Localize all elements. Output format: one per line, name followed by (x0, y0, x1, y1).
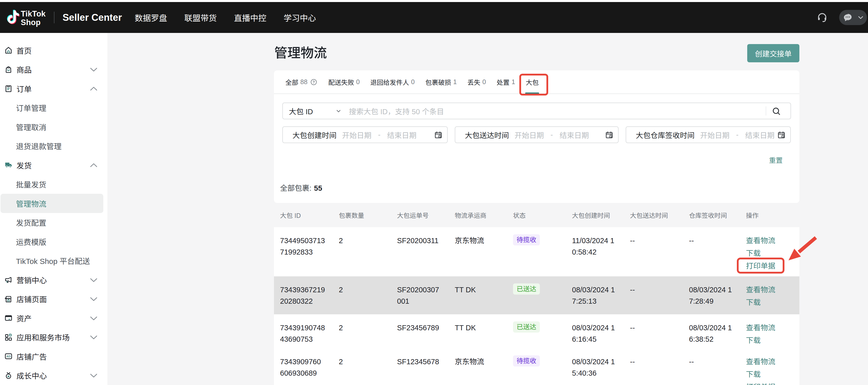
calendar-icon[interactable] (434, 131, 443, 139)
cell-signed-time: -- (689, 227, 746, 276)
sidebar-item[interactable]: 店铺页面 (1, 290, 103, 309)
table-body: 73449503713 719928332SF20200311京东物流待揽收11… (274, 227, 799, 385)
tab-big-parcel[interactable]: 大包 (526, 70, 538, 93)
nav-data-compass[interactable]: 数据罗盘 (135, 12, 167, 23)
start-date-placeholder[interactable]: 开始日期 (342, 129, 371, 140)
sidebar-item[interactable]: 首页 (1, 41, 103, 60)
chevron-down-icon[interactable] (89, 332, 99, 342)
chevron-down-icon (335, 107, 342, 115)
sidebar-item[interactable]: 成长中心 (1, 366, 103, 385)
parcel-delivery-time-filter[interactable]: 大包送达时间开始日期-结束日期 (455, 126, 619, 143)
chevron-down-icon[interactable] (89, 275, 99, 285)
sidebar-item-label: 店铺广告 (17, 351, 47, 362)
svg-text:AD: AD (6, 355, 11, 358)
view-logistics-link[interactable]: 查看物流 (746, 284, 775, 296)
sidebar-item[interactable]: 管理物流 (1, 194, 103, 213)
search-icon[interactable] (771, 106, 781, 116)
calendar-icon[interactable] (605, 131, 614, 139)
download-link[interactable]: 下载 (746, 248, 761, 259)
chat-bubble-icon[interactable] (842, 12, 853, 23)
support-headset-icon[interactable] (816, 12, 828, 23)
end-date-placeholder[interactable]: 结束日期 (560, 129, 589, 140)
sidebar-item[interactable]: 订单 (1, 79, 103, 98)
chevron-down-icon[interactable] (89, 370, 99, 380)
search-type-select[interactable]: 大包 ID (283, 106, 345, 116)
sidebar-item[interactable]: TikTok Shop 平台配送 (1, 251, 103, 270)
cell-created-time: 08/03/2024 1 5:40:36 (572, 348, 630, 385)
help-icon[interactable] (310, 78, 317, 86)
start-date-placeholder[interactable]: 开始日期 (700, 129, 730, 140)
tab-lost[interactable]: 丢失0 (467, 70, 486, 93)
tab-all[interactable]: 全部88 (285, 70, 317, 93)
end-date-placeholder[interactable]: 结束日期 (387, 129, 416, 140)
tab-label: 包裹破损 (425, 77, 451, 87)
filter-card: 全部88 配送失败0 退回给发件人0 包裹破损1 丢失0 处置1 大包 大包 I… (274, 70, 799, 203)
tab-return-to-sender[interactable]: 退回给发件人0 (370, 70, 415, 93)
cell-parcel-id: 73439367219 20280322 (280, 276, 339, 314)
sidebar: 首页 商品 订单 订单管理 管理取消 退货退款管理 发货 批量发货 管理物流 发… (0, 33, 107, 385)
create-handover-button[interactable]: 创建交接单 (747, 44, 799, 62)
parcel-warehouse-signed-time-filter[interactable]: 大包仓库签收时间开始日期-结束日期 (626, 126, 791, 143)
parcel-create-time-filter[interactable]: 大包创建时间开始日期-结束日期 (282, 126, 448, 143)
table-row: 73439367219 202803222SF20200307 001TT DK… (274, 276, 799, 314)
cell-actions: 查看物流下载打印单据 (746, 348, 799, 385)
seller-center-title[interactable]: Seller Center (63, 2, 122, 33)
sidebar-item[interactable]: AD店铺广告 (1, 347, 103, 366)
cell-actions: 查看物流下载打印单据 (746, 227, 799, 276)
summary-label: 全部包裹: (280, 184, 311, 192)
account-menu[interactable] (839, 10, 867, 25)
chevron-down-icon[interactable] (89, 64, 99, 75)
sidebar-item[interactable]: 退货退款管理 (1, 137, 103, 156)
chevron-up-icon[interactable] (89, 84, 99, 94)
sidebar-item[interactable]: 应用和服务市场 (1, 328, 103, 347)
tab-package-damaged[interactable]: 包裹破损1 (425, 70, 457, 93)
nav-live-center[interactable]: 直播中控 (234, 12, 267, 23)
tab-disposal[interactable]: 处置1 (497, 70, 515, 93)
support-headset-button[interactable] (816, 12, 828, 23)
chevron-down-icon[interactable] (856, 13, 865, 22)
end-date-placeholder[interactable]: 结束日期 (745, 129, 775, 140)
cell-created-time: 08/03/2024 1 6:16:45 (572, 314, 630, 348)
nav-learning-center[interactable]: 学习中心 (284, 12, 316, 23)
view-logistics-link[interactable]: 查看物流 (746, 235, 775, 246)
sidebar-item-label: TikTok Shop 平台配送 (16, 255, 90, 266)
start-date-placeholder[interactable]: 开始日期 (515, 129, 544, 140)
sidebar-item-label: 应用和服务市场 (17, 331, 70, 343)
sidebar-item-label: 发货配置 (16, 217, 46, 228)
print-document-link[interactable]: 打印单据 (746, 260, 775, 272)
cell-created-time: 08/03/2024 1 7:25:13 (572, 276, 630, 314)
sidebar-item[interactable]: 管理取消 (1, 117, 103, 137)
sidebar-item[interactable]: 资产 (1, 308, 103, 328)
tiktok-logo[interactable] (6, 9, 20, 26)
sidebar-item[interactable]: 运费模版 (1, 232, 103, 251)
search-icon[interactable] (771, 106, 781, 116)
download-link[interactable]: 下载 (746, 297, 761, 308)
header-nav: 数据罗盘 联盟带货 直播中控 学习中心 (135, 2, 316, 33)
download-link[interactable]: 下载 (746, 335, 761, 346)
print-document-link[interactable]: 打印单据 (746, 381, 775, 385)
chevron-down-icon (89, 332, 99, 342)
chevron-down-icon[interactable] (89, 294, 99, 304)
sidebar-item[interactable]: 商品 (1, 60, 103, 79)
cell-signed-time: 08/03/2024 1 7:28:49 (689, 276, 746, 314)
reset-link[interactable]: 重置 (769, 155, 783, 165)
content: 管理物流 创建交接单 全部88 配送失败0 退回给发件人0 包裹破损1 丢失0 … (274, 33, 799, 385)
download-link[interactable]: 下载 (746, 369, 761, 380)
chevron-down-icon[interactable] (89, 313, 99, 323)
view-logistics-link[interactable]: 查看物流 (746, 356, 775, 367)
tab-delivery-failed[interactable]: 配送失败0 (328, 70, 360, 93)
storefront-icon (4, 295, 13, 303)
calendar-icon[interactable] (777, 131, 786, 139)
search-input[interactable]: 搜索大包 ID，支持 50 个条目 (349, 106, 444, 116)
sidebar-item[interactable]: 订单管理 (1, 98, 103, 118)
order-icon (4, 84, 13, 93)
nav-affiliate[interactable]: 联盟带货 (184, 12, 217, 23)
chevron-up-icon[interactable] (89, 160, 99, 170)
sidebar-item[interactable]: 发货 (1, 155, 103, 175)
sidebar-item[interactable]: 批量发货 (1, 175, 103, 194)
view-logistics-link[interactable]: 查看物流 (746, 322, 775, 333)
sidebar-item[interactable]: 营销中心 (1, 270, 103, 290)
sidebar-item[interactable]: 发货配置 (1, 213, 103, 232)
assets-icon (4, 314, 13, 322)
table-row: 73449503713 719928332SF20200311京东物流待揽收11… (274, 227, 799, 276)
